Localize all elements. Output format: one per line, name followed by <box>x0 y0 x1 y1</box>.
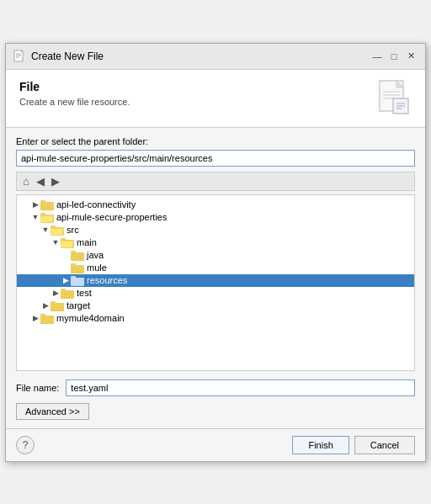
tree-item-label: src <box>67 225 79 235</box>
svg-rect-38 <box>61 290 74 298</box>
tree-item-target[interactable]: ▶ target <box>17 300 414 312</box>
help-button[interactable]: ? <box>16 436 35 454</box>
window-controls: — □ ✕ <box>370 49 418 64</box>
header-section: File Create a new file resource. <box>6 70 425 128</box>
nav-back-button[interactable]: ⌂ <box>20 174 32 188</box>
back-icon: ⌂ <box>23 175 29 188</box>
folder-icon <box>71 263 84 273</box>
svg-marker-26 <box>61 241 73 247</box>
tree-item-mymule4domain[interactable]: ▶ mymule4domain <box>17 312 414 325</box>
expand-icon[interactable]: ▶ <box>30 314 40 322</box>
expand-icon[interactable]: ▼ <box>51 238 61 247</box>
tree-item-label: api-led-connectivity <box>56 199 136 210</box>
section-description: Create a new file resource. <box>19 97 130 107</box>
tree-item-label: mule <box>87 263 107 273</box>
tree-item-label: resources <box>87 275 127 285</box>
nav-bar: ⌂ ◀ ▶ <box>16 172 415 191</box>
dialog-icon <box>13 50 26 63</box>
title-bar: Create New File — □ ✕ <box>6 44 425 70</box>
filename-label: File name: <box>16 383 59 393</box>
maximize-button[interactable]: □ <box>386 49 402 64</box>
svg-rect-32 <box>71 265 84 273</box>
svg-rect-44 <box>40 316 54 323</box>
advanced-button[interactable]: Advanced >> <box>16 403 89 420</box>
svg-rect-29 <box>71 252 84 260</box>
folder-tree[interactable]: ▶ api-led-connectivity ▼ api-mule <box>16 194 415 371</box>
tree-item-label: java <box>87 250 104 260</box>
svg-rect-41 <box>51 303 64 310</box>
tree-item-label: test <box>77 288 92 298</box>
action-buttons: Finish Cancel <box>292 436 415 454</box>
file-icon-svg <box>378 80 412 117</box>
forward-icon: ▶ <box>51 175 60 188</box>
expand-icon[interactable]: ▶ <box>51 289 61 297</box>
tree-item-src[interactable]: ▼ src <box>17 224 414 236</box>
expand-icon[interactable]: ▶ <box>61 276 71 284</box>
filename-row: File name: <box>16 379 415 396</box>
minimize-button[interactable]: — <box>370 49 385 64</box>
folder-label: Enter or select the parent folder: <box>16 136 415 146</box>
nav-up-button[interactable]: ◀ <box>34 174 47 188</box>
folder-icon <box>40 199 54 210</box>
tree-item-resources[interactable]: ▶ resources <box>17 274 414 287</box>
tree-item-mule[interactable]: mule <box>17 262 414 274</box>
svg-rect-22 <box>51 225 56 228</box>
file-icon <box>378 80 412 117</box>
bottom-bar: ? Finish Cancel <box>6 428 425 461</box>
up-icon: ◀ <box>36 175 45 188</box>
svg-marker-23 <box>51 229 63 235</box>
nav-forward-button[interactable]: ▶ <box>49 174 62 188</box>
create-new-file-dialog: Create New File — □ ✕ File Create a new … <box>5 43 426 462</box>
tree-item-java[interactable]: java <box>17 249 414 262</box>
tree-item-api-mule[interactable]: ▼ api-mule-secure-properties <box>17 211 414 224</box>
tree-item-label: main <box>77 237 97 247</box>
folder-open-icon <box>40 212 54 223</box>
svg-rect-25 <box>61 238 66 241</box>
tree-item-test[interactable]: ▶ test <box>17 287 414 300</box>
tree-item-label: target <box>67 300 90 310</box>
svg-rect-35 <box>71 278 84 285</box>
expand-icon[interactable]: ▶ <box>30 200 40 209</box>
filename-input[interactable] <box>66 379 415 396</box>
folder-icon <box>51 300 64 311</box>
expand-icon[interactable]: ▼ <box>40 225 51 234</box>
svg-rect-17 <box>40 202 54 210</box>
dialog-content: Enter or select the parent folder: ⌂ ◀ ▶… <box>6 128 425 428</box>
expand-icon[interactable]: ▶ <box>40 301 51 310</box>
tree-item-api-led[interactable]: ▶ api-led-connectivity <box>17 199 414 211</box>
folder-icon <box>71 250 84 261</box>
folder-path-input[interactable] <box>16 150 415 167</box>
folder-icon-selected <box>71 275 84 286</box>
header-info: File Create a new file resource. <box>19 80 130 107</box>
expand-icon[interactable]: ▼ <box>30 213 40 221</box>
cancel-button[interactable]: Cancel <box>354 436 415 454</box>
tree-item-main[interactable]: ▼ main <box>17 236 414 249</box>
close-button[interactable]: ✕ <box>403 49 418 64</box>
svg-rect-19 <box>40 213 45 215</box>
tree-item-label: api-mule-secure-properties <box>56 212 167 222</box>
finish-button[interactable]: Finish <box>292 436 349 454</box>
svg-marker-20 <box>40 216 53 222</box>
dialog-title: Create New File <box>31 50 364 62</box>
folder-open-icon <box>61 237 74 248</box>
folder-open-icon <box>51 225 64 236</box>
folder-icon <box>40 313 54 324</box>
tree-item-label: mymule4domain <box>56 313 125 323</box>
folder-icon <box>61 288 74 299</box>
section-title: File <box>19 80 130 93</box>
